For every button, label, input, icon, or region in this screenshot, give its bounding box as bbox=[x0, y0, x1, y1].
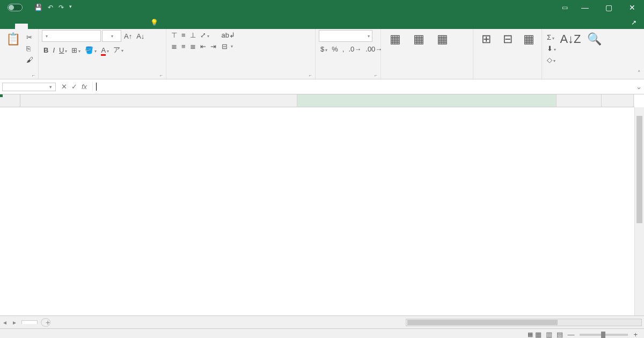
sheet-tab-sheet1[interactable] bbox=[21, 320, 38, 324]
align-top-icon[interactable]: ⊤ bbox=[170, 30, 179, 40]
expand-formula-bar-icon[interactable]: ⌄ bbox=[633, 83, 644, 91]
tab-home[interactable] bbox=[15, 24, 28, 29]
ribbon-options-icon[interactable]: ▭ bbox=[557, 4, 573, 11]
merge-center-button[interactable]: ⊟▾ bbox=[220, 41, 238, 52]
lightbulb-icon: 💡 bbox=[150, 19, 158, 26]
maximize-button[interactable]: ▢ bbox=[597, 3, 620, 12]
formula-input[interactable] bbox=[92, 82, 633, 92]
dialog-launcher-icon[interactable]: ⌐ bbox=[160, 72, 163, 78]
minimize-button[interactable]: — bbox=[573, 3, 597, 12]
align-center-icon[interactable]: ≡ bbox=[180, 41, 187, 52]
cell-styles-button[interactable]: ▦ bbox=[431, 30, 453, 47]
tab-review[interactable] bbox=[79, 24, 92, 29]
comma-format-icon[interactable]: , bbox=[341, 44, 346, 54]
font-size-dropdown[interactable]: ▾ bbox=[102, 30, 121, 42]
phonetic-button[interactable]: ア▾ bbox=[112, 44, 125, 56]
chevron-down-icon[interactable]: ▾ bbox=[49, 84, 52, 90]
fill-color-button[interactable]: 🪣▾ bbox=[83, 45, 98, 55]
undo-icon[interactable]: ↶ bbox=[48, 4, 53, 11]
dialog-launcher-icon[interactable]: ⌐ bbox=[32, 72, 35, 78]
delete-cells-button[interactable]: ⊟ bbox=[498, 30, 517, 47]
normal-view-icon[interactable]: ▦ bbox=[533, 330, 544, 338]
accounting-format-icon[interactable]: $▾ bbox=[319, 44, 329, 54]
select-all-corner[interactable] bbox=[0, 94, 20, 107]
underline-button[interactable]: U▾ bbox=[57, 45, 69, 55]
toggle-switch-icon[interactable] bbox=[8, 4, 23, 11]
vertical-scrollbar[interactable] bbox=[634, 107, 644, 315]
tab-developer[interactable] bbox=[105, 24, 118, 29]
sort-filter-button[interactable]: A↓Z bbox=[560, 30, 581, 47]
paste-button[interactable]: 📋 bbox=[3, 30, 23, 47]
cut-icon[interactable]: ✂ bbox=[25, 32, 35, 42]
italic-button[interactable]: I bbox=[51, 45, 56, 55]
name-box[interactable]: ▾ bbox=[2, 83, 56, 91]
percent-format-icon[interactable]: % bbox=[330, 44, 340, 54]
col-header-D[interactable] bbox=[602, 94, 634, 107]
align-middle-icon[interactable]: ≡ bbox=[180, 30, 187, 40]
horizontal-scrollbar[interactable] bbox=[50, 319, 644, 326]
cancel-formula-icon[interactable]: ✕ bbox=[61, 83, 67, 91]
enter-formula-icon[interactable]: ✓ bbox=[71, 83, 77, 91]
scrollbar-thumb[interactable] bbox=[636, 116, 642, 223]
bold-button[interactable]: B bbox=[42, 45, 50, 55]
dialog-launcher-icon[interactable]: ⌐ bbox=[309, 72, 312, 78]
sheet-nav-prev-icon[interactable]: ◂ bbox=[0, 319, 10, 326]
tab-insert[interactable] bbox=[28, 24, 41, 29]
font-color-button[interactable]: A▾ bbox=[99, 45, 111, 55]
format-as-table-button[interactable]: ▦ bbox=[408, 30, 429, 47]
page-break-view-icon[interactable]: ▤ bbox=[554, 330, 565, 338]
tell-me-box[interactable]: 💡 bbox=[144, 16, 167, 29]
tab-view[interactable] bbox=[92, 24, 105, 29]
increase-decimal-icon[interactable]: .0→ bbox=[347, 44, 363, 54]
col-header-A[interactable] bbox=[20, 94, 297, 107]
format-painter-icon[interactable]: 🖌 bbox=[25, 55, 35, 65]
save-icon[interactable]: 💾 bbox=[34, 4, 42, 11]
col-header-C[interactable] bbox=[557, 94, 602, 107]
qat-customize-icon[interactable]: ▾ bbox=[69, 4, 72, 11]
zoom-in-button[interactable]: + bbox=[631, 330, 640, 338]
collapse-ribbon-icon[interactable]: ˄ bbox=[638, 70, 641, 77]
increase-font-icon[interactable]: A↑ bbox=[122, 31, 134, 41]
col-header-B[interactable] bbox=[297, 94, 557, 107]
autosum-icon[interactable]: Σ▾ bbox=[545, 32, 558, 42]
increase-indent-icon[interactable]: ⇥ bbox=[209, 41, 218, 52]
tab-formulas[interactable] bbox=[54, 24, 67, 29]
cells-grid[interactable] bbox=[20, 107, 634, 315]
fill-icon[interactable]: ⬇▾ bbox=[545, 43, 558, 54]
page-layout-view-icon[interactable]: ▥ bbox=[544, 330, 554, 338]
decrease-indent-icon[interactable]: ⇤ bbox=[199, 41, 208, 52]
tab-help[interactable] bbox=[118, 24, 131, 29]
clear-icon[interactable]: ◇▾ bbox=[545, 55, 558, 65]
tab-file[interactable] bbox=[2, 24, 15, 29]
tab-atok[interactable] bbox=[131, 24, 144, 29]
cell-style-icon: ▦ bbox=[431, 32, 453, 46]
border-button[interactable]: ⊞▾ bbox=[70, 45, 82, 55]
scrollbar-thumb[interactable] bbox=[407, 320, 558, 325]
autosave-toggle[interactable] bbox=[0, 4, 30, 11]
wrap-text-button[interactable]: ab↲ bbox=[220, 30, 238, 40]
conditional-formatting-button[interactable]: ▦ bbox=[384, 30, 406, 47]
number-format-dropdown[interactable]: ▾ bbox=[319, 30, 372, 42]
copy-icon[interactable]: ⎘ bbox=[25, 43, 35, 54]
font-name-dropdown[interactable]: ▾ bbox=[42, 30, 101, 42]
close-button[interactable]: ✕ bbox=[620, 3, 644, 12]
insert-cells-button[interactable]: ⊞ bbox=[477, 30, 496, 47]
sheet-nav-next-icon[interactable]: ▸ bbox=[10, 319, 19, 326]
align-left-icon[interactable]: ≣ bbox=[170, 41, 179, 52]
format-cells-button[interactable]: ▦ bbox=[519, 30, 538, 47]
zoom-out-button[interactable]: — bbox=[565, 330, 576, 338]
add-sheet-button[interactable]: + bbox=[41, 318, 50, 327]
dialog-launcher-icon[interactable]: ⌐ bbox=[375, 72, 377, 78]
align-right-icon[interactable]: ≣ bbox=[188, 41, 197, 52]
orientation-icon[interactable]: ⤢▾ bbox=[199, 30, 211, 40]
align-bottom-icon[interactable]: ⊥ bbox=[188, 30, 197, 40]
zoom-slider[interactable] bbox=[580, 334, 628, 336]
redo-icon[interactable]: ↷ bbox=[58, 4, 64, 11]
fx-icon[interactable]: fx bbox=[82, 83, 87, 91]
tab-data[interactable] bbox=[67, 24, 79, 29]
find-select-button[interactable]: 🔍 bbox=[583, 30, 605, 47]
decrease-font-icon[interactable]: A↓ bbox=[135, 31, 146, 41]
tab-page-layout[interactable] bbox=[41, 24, 54, 29]
display-settings-button[interactable]: ▦ bbox=[528, 331, 533, 338]
share-button[interactable]: ↗ bbox=[624, 16, 644, 29]
